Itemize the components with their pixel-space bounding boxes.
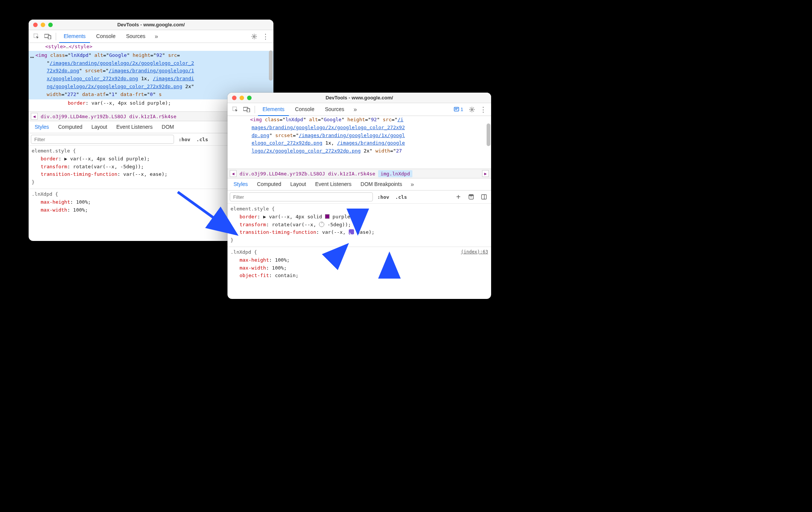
styles-pane[interactable]: element.style { border: ▶︎ var(--x, 4px … bbox=[227, 204, 491, 299]
more-tabs-icon[interactable]: » bbox=[350, 105, 360, 114]
subtab-dom-breakpoints[interactable]: DOM Breakpoints bbox=[357, 178, 406, 190]
svg-point-8 bbox=[471, 108, 473, 110]
style-declaration-transform[interactable]: transform: rotate(var(--x, -5deg)); bbox=[230, 221, 488, 229]
devtools-window-after: DevTools - www.google.com/ Elements Cons… bbox=[227, 93, 491, 299]
new-style-rule-icon[interactable]: + bbox=[453, 192, 463, 202]
gear-icon[interactable] bbox=[249, 32, 259, 41]
inspect-icon[interactable] bbox=[230, 105, 240, 114]
subtab-layout[interactable]: Layout bbox=[287, 178, 310, 190]
crumb-scroll-right-button[interactable]: ▶ bbox=[482, 170, 489, 177]
divider bbox=[255, 106, 255, 113]
breadcrumb-item-selected[interactable]: img.lnXdpd bbox=[378, 170, 412, 177]
dom-collapsed-style: <style>…</style> bbox=[38, 43, 271, 51]
color-swatch-icon[interactable] bbox=[325, 214, 330, 219]
breadcrumb-bar: ◀ div.o3j99.LLD4me.yr19Zb.LS8OJ div.k1zI… bbox=[227, 169, 491, 178]
inspect-icon[interactable] bbox=[32, 32, 41, 41]
gear-icon[interactable] bbox=[467, 105, 477, 114]
svg-point-3 bbox=[253, 35, 255, 37]
cls-toggle[interactable]: .cls bbox=[195, 136, 209, 143]
more-tabs-icon[interactable]: » bbox=[151, 32, 161, 41]
issues-badge[interactable]: 1 bbox=[452, 106, 466, 113]
style-declaration-border[interactable]: border: ▶︎ var(--x, 4px solid purple); bbox=[230, 213, 488, 221]
scrollbar[interactable] bbox=[487, 123, 490, 146]
styles-filter-input[interactable] bbox=[31, 135, 174, 144]
tab-elements[interactable]: Elements bbox=[59, 30, 90, 43]
svg-rect-11 bbox=[482, 195, 487, 199]
titlebar: DevTools - www.google.com/ bbox=[227, 93, 491, 103]
tab-elements[interactable]: Elements bbox=[258, 104, 289, 116]
hov-toggle[interactable]: :hov bbox=[376, 194, 391, 201]
maximize-icon[interactable] bbox=[247, 96, 252, 100]
crumb-scroll-left-button[interactable]: ◀ bbox=[31, 113, 38, 120]
device-toggle-icon[interactable] bbox=[43, 32, 53, 41]
styles-filter-row: :hov .cls + bbox=[227, 190, 491, 204]
minimize-icon[interactable] bbox=[41, 23, 45, 27]
issues-count: 1 bbox=[461, 107, 463, 112]
computed-styles-icon[interactable] bbox=[466, 192, 476, 202]
window-title: DevTools - www.google.com/ bbox=[325, 95, 393, 101]
source-link[interactable]: (index):63 bbox=[461, 248, 488, 256]
svg-rect-6 bbox=[247, 108, 250, 112]
elements-dom-tree[interactable]: <img class="lnXdpd" alt="Google" height=… bbox=[227, 116, 491, 169]
crumb-scroll-left-button[interactable]: ◀ bbox=[230, 170, 237, 177]
window-title: DevTools - www.google.com/ bbox=[117, 22, 185, 27]
toggle-sidebar-icon[interactable] bbox=[479, 192, 489, 202]
style-declaration[interactable]: object-fit: contain; bbox=[230, 272, 488, 280]
more-subtabs-icon[interactable]: » bbox=[408, 180, 417, 189]
svg-rect-2 bbox=[48, 35, 51, 39]
tab-console[interactable]: Console bbox=[92, 30, 120, 42]
kebab-menu-icon[interactable]: ⋮ bbox=[478, 105, 488, 114]
rule-selector: element.style { bbox=[230, 205, 488, 213]
style-declaration[interactable]: max-height: 100%; bbox=[230, 256, 488, 264]
style-declaration-ttf[interactable]: transition-timing-function: var(--x, eas… bbox=[230, 229, 488, 236]
svg-rect-10 bbox=[469, 195, 473, 196]
subtab-computed[interactable]: Computed bbox=[54, 121, 86, 133]
styles-subtab-bar: Styles Computed Layout Event Listeners D… bbox=[227, 178, 491, 190]
close-icon[interactable] bbox=[33, 23, 38, 27]
subtab-event-listeners[interactable]: Event Listeners bbox=[311, 178, 356, 190]
subtab-dom-breakpoints[interactable]: DOM bbox=[158, 121, 178, 133]
kebab-menu-icon[interactable]: ⋮ bbox=[261, 32, 270, 41]
titlebar: DevTools - www.google.com/ bbox=[29, 20, 273, 30]
traffic-lights bbox=[232, 96, 252, 100]
divider bbox=[56, 33, 56, 40]
scrollbar[interactable] bbox=[269, 50, 273, 81]
tab-sources[interactable]: Sources bbox=[122, 30, 150, 42]
subtab-styles[interactable]: Styles bbox=[31, 121, 53, 133]
tab-console[interactable]: Console bbox=[290, 104, 319, 115]
main-toolbar: Elements Console Sources » 1 ⋮ bbox=[227, 103, 491, 116]
cls-toggle[interactable]: .cls bbox=[394, 194, 408, 201]
subtab-event-listeners[interactable]: Event Listeners bbox=[113, 121, 157, 133]
traffic-lights bbox=[33, 23, 53, 27]
breadcrumb-item[interactable]: div.k1zIA.rSk4se bbox=[328, 171, 375, 177]
device-toggle-icon[interactable] bbox=[242, 105, 252, 114]
rule-selector: .lnXdpd { bbox=[230, 248, 488, 256]
breadcrumb-item[interactable]: div.o3j99.LLD4me.yr19Zb.LS8OJ bbox=[240, 171, 325, 177]
main-toolbar: Elements Console Sources » ⋮ bbox=[29, 30, 273, 43]
rule-close: } bbox=[230, 236, 488, 244]
minimize-icon[interactable] bbox=[240, 96, 244, 100]
subtab-styles[interactable]: Styles bbox=[230, 178, 252, 190]
breadcrumb-item[interactable]: div.o3j99.LLD4me.yr19Zb.LS8OJ bbox=[41, 114, 126, 119]
subtab-layout[interactable]: Layout bbox=[88, 121, 111, 133]
ellipsis-icon: ⋯ bbox=[30, 52, 35, 63]
dom-selected-element[interactable]: <img class="lnXdpd" alt="Google" height=… bbox=[29, 51, 273, 99]
angle-swatch-icon[interactable] bbox=[319, 222, 324, 227]
easing-swatch-icon[interactable] bbox=[349, 229, 354, 235]
tab-sources[interactable]: Sources bbox=[321, 104, 349, 115]
style-declaration[interactable]: max-width: 100%; bbox=[230, 264, 488, 272]
subtab-computed[interactable]: Computed bbox=[253, 178, 285, 190]
maximize-icon[interactable] bbox=[48, 23, 53, 27]
breadcrumb-item[interactable]: div.k1zIA.rSk4se bbox=[129, 114, 176, 119]
hov-toggle[interactable]: :hov bbox=[177, 136, 192, 143]
styles-filter-input[interactable] bbox=[230, 192, 373, 201]
dom-img-element[interactable]: <img class="lnXdpd" alt="Google" height=… bbox=[227, 116, 489, 155]
close-icon[interactable] bbox=[232, 96, 237, 100]
